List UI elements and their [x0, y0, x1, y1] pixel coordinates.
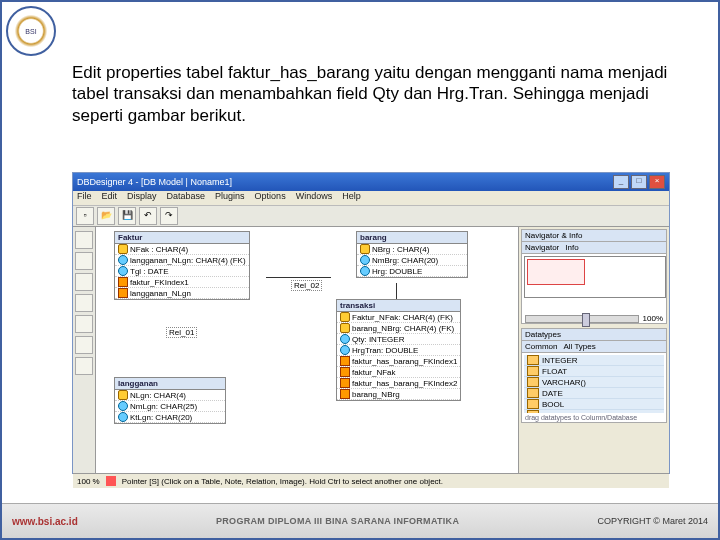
- relation-line[interactable]: [266, 277, 331, 278]
- pointer-tool-icon[interactable]: [75, 231, 93, 249]
- window-title: DBDesigner 4 - [DB Model | Noname1]: [77, 177, 232, 187]
- footer-url: www.bsi.ac.id: [12, 516, 78, 527]
- minimize-button[interactable]: _: [613, 175, 629, 189]
- status-bar: 100 % Pointer [S] (Click on a Table, Not…: [73, 473, 669, 488]
- datatype-item[interactable]: DATE: [524, 388, 664, 399]
- index-icon: [340, 389, 350, 399]
- datatype-icon: [527, 355, 539, 365]
- datatype-icon: [527, 399, 539, 409]
- menu-windows[interactable]: Windows: [296, 191, 333, 205]
- status-hint: Pointer [S] (Click on a Table, Note, Rel…: [122, 477, 443, 486]
- index-icon: [118, 277, 128, 287]
- datatype-item[interactable]: VARCHAR(): [524, 377, 664, 388]
- footer-copyright: COPYRIGHT © Maret 2014: [597, 516, 708, 526]
- window-titlebar: DBDesigner 4 - [DB Model | Noname1] _ □ …: [73, 173, 669, 191]
- table-barang[interactable]: barang NBrg : CHAR(4) NmBrg: CHAR(20) Hr…: [356, 231, 468, 278]
- toolbar-new-icon[interactable]: ▫: [76, 207, 94, 225]
- datatypes-title: Datatypes: [525, 330, 561, 339]
- datatype-icon: [527, 366, 539, 376]
- dbdesigner-window: DBDesigner 4 - [DB Model | Noname1] _ □ …: [72, 172, 670, 474]
- menu-edit[interactable]: Edit: [102, 191, 118, 205]
- tab-info[interactable]: Info: [565, 243, 578, 252]
- close-button[interactable]: ×: [649, 175, 665, 189]
- table-transaksi[interactable]: transaksi Faktur_NFak: CHAR(4) (FK) bara…: [336, 299, 461, 401]
- tab-common-types[interactable]: Common: [525, 342, 557, 351]
- datatype-icon: [527, 377, 539, 387]
- menu-help[interactable]: Help: [342, 191, 361, 205]
- key-icon: [118, 390, 128, 400]
- navigator-title: Navigator & Info: [525, 231, 582, 240]
- minimap[interactable]: [524, 256, 666, 298]
- zoom-value: 100%: [643, 314, 663, 323]
- datatypes-panel: Datatypes Common All Types INTEGER FLOAT…: [521, 328, 667, 423]
- datatype-item[interactable]: FLOAT: [524, 366, 664, 377]
- relation-nm-tool-icon[interactable]: [75, 294, 93, 312]
- field-icon: [340, 334, 350, 344]
- tool-palette: [73, 227, 96, 473]
- slide-body-text: Edit properties tabel faktur_has_barang …: [72, 62, 672, 126]
- relation-label-02[interactable]: Rel_02: [291, 280, 322, 291]
- table-header: Faktur: [115, 232, 249, 244]
- table-header: transaksi: [337, 300, 460, 312]
- menu-plugins[interactable]: Plugins: [215, 191, 245, 205]
- field-icon: [340, 345, 350, 355]
- datatype-icon: [527, 388, 539, 398]
- menu-database[interactable]: Database: [167, 191, 206, 205]
- status-zoom: 100 %: [77, 477, 100, 486]
- index-icon: [340, 378, 350, 388]
- datatype-icon: [527, 410, 539, 413]
- menu-file[interactable]: File: [77, 191, 92, 205]
- zoom-slider[interactable]: [525, 315, 639, 323]
- field-icon: [118, 255, 128, 265]
- menu-bar: File Edit Display Database Plugins Optio…: [73, 191, 669, 206]
- navigator-panel: Navigator & Info Navigator Info 100%: [521, 229, 667, 324]
- menu-display[interactable]: Display: [127, 191, 157, 205]
- table-header: langganan: [115, 378, 225, 390]
- image-tool-icon[interactable]: [75, 336, 93, 354]
- field-icon: [360, 266, 370, 276]
- key-icon: [340, 323, 350, 333]
- toolbar-save-icon[interactable]: 💾: [118, 207, 136, 225]
- table-tool-icon[interactable]: [75, 252, 93, 270]
- relation-1n-tool-icon[interactable]: [75, 273, 93, 291]
- menu-options[interactable]: Options: [255, 191, 286, 205]
- tab-all-types[interactable]: All Types: [563, 342, 595, 351]
- datatype-item[interactable]: INTEGER: [524, 355, 664, 366]
- table-faktur[interactable]: Faktur NFak : CHAR(4) langganan_NLgn: CH…: [114, 231, 250, 300]
- note-tool-icon[interactable]: [75, 315, 93, 333]
- index-icon: [118, 288, 128, 298]
- field-icon: [118, 412, 128, 422]
- slide-footer: www.bsi.ac.id PROGRAM DIPLOMA III BINA S…: [2, 503, 718, 538]
- table-header: barang: [357, 232, 467, 244]
- footer-program: PROGRAM DIPLOMA III BINA SARANA INFORMAT…: [216, 516, 459, 526]
- relation-line[interactable]: [396, 283, 398, 299]
- relation-label-01[interactable]: Rel_01: [166, 327, 197, 338]
- toolbar-open-icon[interactable]: 📂: [97, 207, 115, 225]
- field-icon: [118, 401, 128, 411]
- maximize-button[interactable]: □: [631, 175, 647, 189]
- record-icon: [106, 476, 116, 486]
- field-icon: [118, 266, 128, 276]
- tab-navigator[interactable]: Navigator: [525, 243, 559, 252]
- right-panel: Navigator & Info Navigator Info 100%: [518, 227, 669, 473]
- table-langganan[interactable]: langganan NLgn: CHAR(4) NmLgn: CHAR(25) …: [114, 377, 226, 424]
- toolbar-redo-icon[interactable]: ↷: [160, 207, 178, 225]
- key-icon: [360, 244, 370, 254]
- institution-logo: BSI: [6, 6, 56, 56]
- toolbar: ▫ 📂 💾 ↶ ↷: [73, 206, 669, 227]
- index-icon: [340, 356, 350, 366]
- key-icon: [340, 312, 350, 322]
- datatype-item[interactable]: BOOL: [524, 399, 664, 410]
- index-icon: [340, 367, 350, 377]
- model-canvas[interactable]: Faktur NFak : CHAR(4) langganan_NLgn: CH…: [96, 227, 518, 473]
- datatype-hint: drag datatypes to Column/Database: [522, 413, 666, 422]
- region-tool-icon[interactable]: [75, 357, 93, 375]
- toolbar-undo-icon[interactable]: ↶: [139, 207, 157, 225]
- field-icon: [360, 255, 370, 265]
- key-icon: [118, 244, 128, 254]
